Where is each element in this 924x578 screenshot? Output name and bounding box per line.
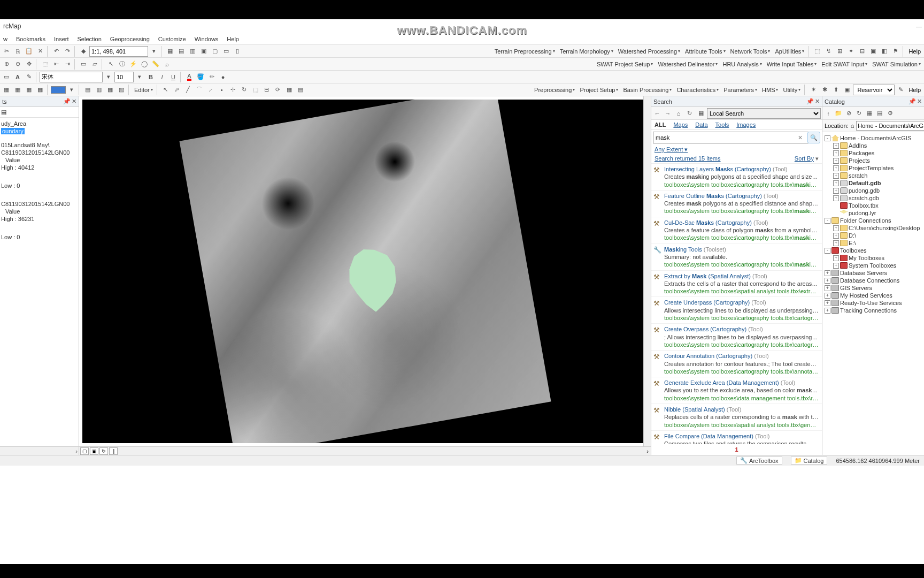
catalog-tree-node[interactable]: -Toolboxes bbox=[823, 247, 923, 254]
point-icon[interactable]: • bbox=[217, 85, 227, 95]
search-result[interactable]: Masking Tools (Toolset)Summary: not avai… bbox=[651, 244, 822, 271]
layout-1-icon[interactable]: ▤ bbox=[82, 85, 93, 95]
redo-icon[interactable]: ↷ bbox=[62, 46, 73, 57]
result-path[interactable]: toolboxes\system toolboxes\cartography t… bbox=[664, 314, 819, 322]
catalog-tree-node[interactable]: +Database Servers bbox=[823, 269, 923, 277]
search-input[interactable] bbox=[653, 132, 809, 143]
edit-swat-input-menu[interactable]: Edit SWAT Input bbox=[819, 61, 869, 67]
cat-up-icon[interactable]: ↑ bbox=[823, 109, 833, 118]
parameters-menu[interactable]: Parameters bbox=[721, 87, 759, 93]
result-path[interactable]: toolboxes\system toolboxes\data manageme… bbox=[664, 394, 819, 402]
status-tab-arctoolbox[interactable]: 🔧 ArcToolbox bbox=[736, 457, 782, 465]
undo-icon[interactable]: ↶ bbox=[51, 46, 61, 57]
tree-expand-icon[interactable]: + bbox=[833, 150, 839, 156]
swat-simulation-menu[interactable]: SWAT Simulation bbox=[870, 61, 923, 67]
toc-group[interactable]: udy_Area bbox=[1, 120, 78, 127]
next-extent-icon[interactable]: ⇥ bbox=[62, 59, 73, 70]
search-fwd-icon[interactable]: → bbox=[663, 109, 673, 118]
find-icon[interactable]: ⌕ bbox=[161, 59, 172, 70]
result-path[interactable]: toolboxes\system toolboxes\cartography t… bbox=[664, 368, 819, 375]
catalog-tree-node[interactable]: -Home - Documents\ArcGIS bbox=[823, 134, 923, 142]
cut-polygons-icon[interactable]: ⬚ bbox=[250, 85, 261, 95]
font-size-select[interactable] bbox=[114, 72, 134, 82]
edit-annotation-icon[interactable]: ⬀ bbox=[172, 85, 182, 95]
result-title[interactable]: Nibble (Spatial Analyst) bbox=[664, 406, 725, 413]
search-results-list[interactable]: Intersecting Layers Masks (Cartography) … bbox=[651, 164, 822, 444]
status-tab-catalog[interactable]: 📁 Catalog bbox=[791, 457, 828, 465]
map-canvas[interactable] bbox=[82, 100, 648, 443]
catalog-tree-node[interactable]: +My Toolboxes bbox=[823, 254, 923, 262]
search-returned-link[interactable]: Search returned 15 items bbox=[654, 155, 721, 162]
catalog-icon[interactable]: ▥ bbox=[187, 46, 198, 57]
italic-icon[interactable]: I bbox=[157, 72, 167, 82]
map-hscroll-right[interactable]: › bbox=[644, 448, 651, 454]
catalog-tree-node[interactable]: +scratch bbox=[823, 172, 923, 179]
catalog-tree-node[interactable]: +Database Connections bbox=[823, 277, 923, 284]
ext-tool-icon-8[interactable]: ⚑ bbox=[890, 46, 901, 57]
menu-view[interactable]: w bbox=[3, 36, 7, 42]
python-icon[interactable]: ▭ bbox=[221, 46, 232, 57]
result-path[interactable]: toolboxes\system toolboxes\cartography t… bbox=[664, 207, 819, 215]
tree-expand-icon[interactable]: - bbox=[825, 248, 830, 254]
tree-expand-icon[interactable]: + bbox=[833, 240, 839, 246]
catalog-tree-node[interactable]: +ProjectTemplates bbox=[823, 164, 923, 172]
result-title[interactable]: Create Underpass (Cartography) bbox=[664, 299, 750, 306]
search-result[interactable]: Contour Annotation (Cartography) (Tool)C… bbox=[651, 351, 822, 377]
hms-tool-3-icon[interactable]: ⬆ bbox=[830, 85, 841, 95]
straight-segment-icon[interactable]: ╱ bbox=[183, 85, 194, 95]
effects-3-icon[interactable]: ▦ bbox=[24, 85, 34, 95]
ext-tool-icon-6[interactable]: ▣ bbox=[868, 46, 879, 57]
search-any-extent[interactable]: Any Extent ▾ bbox=[651, 145, 822, 154]
hms-tool-4-icon[interactable]: ▣ bbox=[842, 85, 852, 95]
cat-connect-folder-icon[interactable]: 📁 bbox=[834, 109, 843, 118]
search-go-button[interactable]: 🔍 bbox=[807, 132, 820, 143]
pause-drawing-icon[interactable]: ‖ bbox=[109, 447, 118, 455]
catalog-tree-node[interactable]: +System Toolboxes bbox=[823, 262, 923, 269]
menu-help[interactable]: Help bbox=[227, 36, 239, 42]
result-title[interactable]: File Compare (Data Management) bbox=[664, 433, 753, 439]
basin-processing-menu[interactable]: Basin Processing bbox=[621, 87, 674, 93]
result-title[interactable]: Generate Exclude Area (Data Management) bbox=[664, 379, 779, 386]
effects-2-icon[interactable]: ▦ bbox=[12, 85, 23, 95]
catalog-tree-node[interactable]: +My Hosted Services bbox=[823, 292, 923, 299]
search-close-icon[interactable]: ✕ bbox=[815, 98, 820, 105]
size-dropdown-icon[interactable]: ▾ bbox=[134, 72, 145, 82]
layout-2-icon[interactable]: ▥ bbox=[94, 85, 104, 95]
network-tools-menu[interactable]: Network Tools bbox=[728, 48, 773, 55]
edit-tool-icon[interactable]: ↖ bbox=[160, 85, 171, 95]
tree-expand-icon[interactable]: + bbox=[833, 180, 839, 186]
tree-expand-icon[interactable]: + bbox=[833, 263, 839, 269]
ext-tool-icon-4[interactable]: ✦ bbox=[845, 46, 856, 57]
catalog-tree-node[interactable]: +AddIns bbox=[823, 142, 923, 149]
hms-help-label[interactable]: Help bbox=[906, 87, 923, 93]
search-result[interactable]: Create Underpass (Cartography) (Tool)All… bbox=[651, 297, 822, 324]
scale-input[interactable] bbox=[89, 46, 148, 57]
catalog-tree-node[interactable]: pudong.lyr bbox=[823, 209, 923, 217]
menu-bookmarks[interactable]: Bookmarks bbox=[16, 36, 45, 42]
search-tab-maps[interactable]: Maps bbox=[673, 121, 688, 128]
underline-icon[interactable]: U bbox=[168, 72, 179, 82]
search-window-icon[interactable]: ▣ bbox=[198, 46, 209, 57]
measure-icon[interactable]: 📏 bbox=[150, 59, 161, 70]
search-result[interactable]: File Compare (Data Management) (Tool)Com… bbox=[651, 431, 822, 444]
toc-raster1-file[interactable]: C81190312015142LGN00 bbox=[1, 149, 78, 156]
html-popup-icon[interactable]: ◯ bbox=[139, 59, 150, 70]
catalog-tree-node[interactable]: +Ready-To-Use Services bbox=[823, 299, 923, 307]
edit-vertices-2-icon[interactable]: ⊹ bbox=[228, 85, 238, 95]
scale-dropdown-icon[interactable]: ▾ bbox=[149, 46, 159, 57]
line-color-icon[interactable]: ✏ bbox=[206, 72, 217, 82]
bold-icon[interactable]: B bbox=[145, 72, 156, 82]
font-dropdown-icon[interactable]: ▾ bbox=[103, 72, 114, 82]
search-sortby[interactable]: Sort By bbox=[795, 155, 814, 162]
search-tab-data[interactable]: Data bbox=[695, 121, 707, 128]
aputilities-menu[interactable]: ApUtilities bbox=[773, 48, 806, 55]
utility-menu[interactable]: Utility bbox=[781, 87, 803, 93]
catalog-tree-node[interactable]: -Folder Connections bbox=[823, 217, 923, 224]
toc-selected-layer[interactable]: oundary bbox=[1, 128, 25, 134]
result-path[interactable]: toolboxes\system toolboxes\cartography t… bbox=[664, 261, 819, 268]
search-index-icon[interactable]: ▦ bbox=[696, 109, 706, 118]
tree-expand-icon[interactable]: + bbox=[825, 293, 830, 299]
search-tab-tools[interactable]: Tools bbox=[715, 121, 729, 128]
cat-options-icon[interactable]: ⚙ bbox=[886, 109, 895, 118]
reservoir-select[interactable]: Reservoir bbox=[853, 85, 895, 95]
